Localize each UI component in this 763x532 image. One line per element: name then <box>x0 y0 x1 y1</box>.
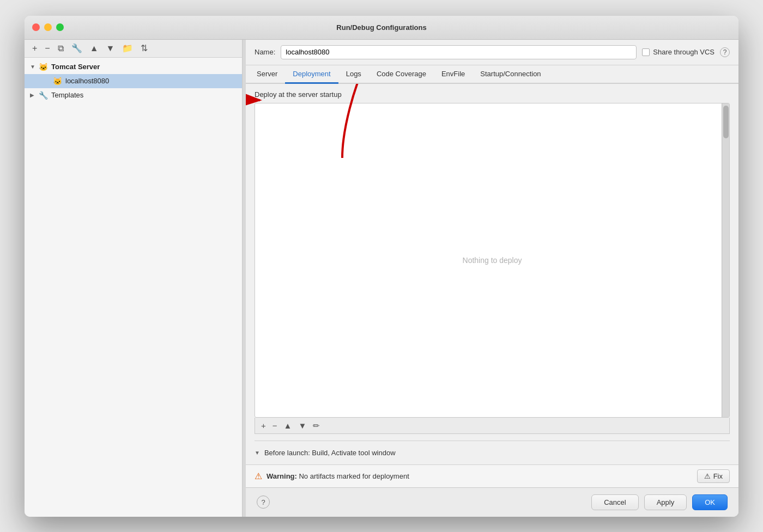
before-launch-arrow-icon: ▼ <box>255 450 260 456</box>
close-button[interactable] <box>32 23 40 31</box>
tab-deployment[interactable]: Deployment <box>285 65 338 84</box>
cancel-button[interactable]: Cancel <box>591 494 638 510</box>
dialog-body: + − ⧉ 🔧 ▲ ▼ 📁 ⇅ ▼ 🐱 Tomcat Server <box>25 40 738 517</box>
fix-button[interactable]: ⚠ Fix <box>697 469 730 483</box>
bottom-help-button[interactable]: ? <box>257 496 270 509</box>
scrollbar[interactable] <box>722 103 729 417</box>
before-launch-header[interactable]: ▼ Before launch: Build, Activate tool wi… <box>255 447 730 459</box>
deploy-move-down-button[interactable]: ▼ <box>296 420 308 431</box>
deploy-edit-button[interactable]: ✏ <box>311 420 322 431</box>
sort-config-button[interactable]: ⇅ <box>138 43 150 54</box>
templates-icon: 🔧 <box>38 91 49 100</box>
localhost-icon: 🐱 <box>52 77 63 85</box>
ok-button[interactable]: OK <box>692 494 728 510</box>
localhost-label: localhost8080 <box>65 77 109 85</box>
title-bar: Run/Debug Configurations <box>25 16 738 40</box>
copy-config-button[interactable]: ⧉ <box>56 43 66 54</box>
apply-button[interactable]: Apply <box>644 494 687 510</box>
expand-arrow-tomcat: ▼ <box>30 64 38 70</box>
config-tree: ▼ 🐱 Tomcat Server 🐱 localhost8080 ▶ 🔧 Te… <box>25 58 242 517</box>
move-up-config-button[interactable]: ▲ <box>88 43 101 54</box>
dialog-footer: ? Cancel Apply OK <box>246 487 738 517</box>
tomcat-server-icon: 🐱 <box>38 63 49 71</box>
before-launch-label: Before launch: Build, Activate tool wind… <box>264 449 396 457</box>
folder-config-button[interactable]: 📁 <box>120 43 135 54</box>
tree-item-tomcat-server[interactable]: ▼ 🐱 Tomcat Server <box>25 60 242 74</box>
templates-label: Templates <box>51 91 83 99</box>
name-row: Name: Share through VCS ? <box>246 40 738 65</box>
fix-icon: ⚠ <box>704 472 711 480</box>
add-config-button[interactable]: + <box>30 43 39 54</box>
name-input[interactable] <box>281 45 637 59</box>
share-vcs-row: Share through VCS <box>642 48 714 56</box>
deploy-list-area: Nothing to deploy <box>255 103 730 418</box>
move-down-config-button[interactable]: ▼ <box>104 43 117 54</box>
settings-config-button[interactable]: 🔧 <box>69 43 84 54</box>
nothing-to-deploy-text: Nothing to deploy <box>463 256 522 265</box>
deployment-tab-content: Deploy at the server startup Nothing to … <box>246 84 738 464</box>
maximize-button[interactable] <box>56 23 64 31</box>
tab-code-coverage[interactable]: Code Coverage <box>369 65 434 84</box>
name-field-label: Name: <box>255 48 275 56</box>
tab-server[interactable]: Server <box>249 65 285 84</box>
share-vcs-checkbox[interactable] <box>642 48 650 56</box>
tabs-row: Server Deployment Logs Code Coverage Env… <box>246 65 738 84</box>
warning-icon: ⚠ <box>255 471 262 481</box>
sidebar: + − ⧉ 🔧 ▲ ▼ 📁 ⇅ ▼ 🐱 Tomcat Server <box>25 40 243 517</box>
share-vcs-label: Share through VCS <box>653 48 714 56</box>
deploy-move-up-button[interactable]: ▲ <box>282 420 294 431</box>
tab-envfile[interactable]: EnvFile <box>434 65 473 84</box>
sidebar-toolbar: + − ⧉ 🔧 ▲ ▼ 📁 ⇅ <box>25 40 242 58</box>
warning-bar: ⚠ Warning: No artifacts marked for deplo… <box>246 464 738 487</box>
tree-item-localhost8080[interactable]: 🐱 localhost8080 <box>25 74 242 88</box>
deploy-add-button[interactable]: + <box>259 420 268 431</box>
deploy-remove-button[interactable]: − <box>271 420 279 431</box>
minimize-button[interactable] <box>44 23 52 31</box>
tab-startup-connection[interactable]: Startup/Connection <box>473 65 548 84</box>
tab-logs[interactable]: Logs <box>338 65 369 84</box>
warning-message: No artifacts marked for deployment <box>299 472 409 480</box>
dialog-title: Run/Debug Configurations <box>336 23 426 32</box>
help-button[interactable]: ? <box>720 47 730 57</box>
before-launch-section: ▼ Before launch: Build, Activate tool wi… <box>255 441 730 464</box>
run-debug-configurations-dialog: Run/Debug Configurations + − ⧉ 🔧 ▲ ▼ 📁 ⇅… <box>25 16 738 517</box>
window-controls <box>32 23 64 31</box>
deploy-toolbar: + − ▲ ▼ ✏ <box>255 418 730 434</box>
expand-arrow-templates: ▶ <box>30 92 38 98</box>
remove-config-button[interactable]: − <box>43 43 52 54</box>
tree-item-templates[interactable]: ▶ 🔧 Templates <box>25 88 242 102</box>
warning-text: Warning: No artifacts marked for deploym… <box>267 472 693 480</box>
deploy-section-label: Deploy at the server startup <box>255 90 730 99</box>
scroll-thumb <box>723 106 729 138</box>
tomcat-server-label: Tomcat Server <box>51 63 100 71</box>
main-area: Name: Share through VCS ? Server Deploym… <box>246 40 738 517</box>
